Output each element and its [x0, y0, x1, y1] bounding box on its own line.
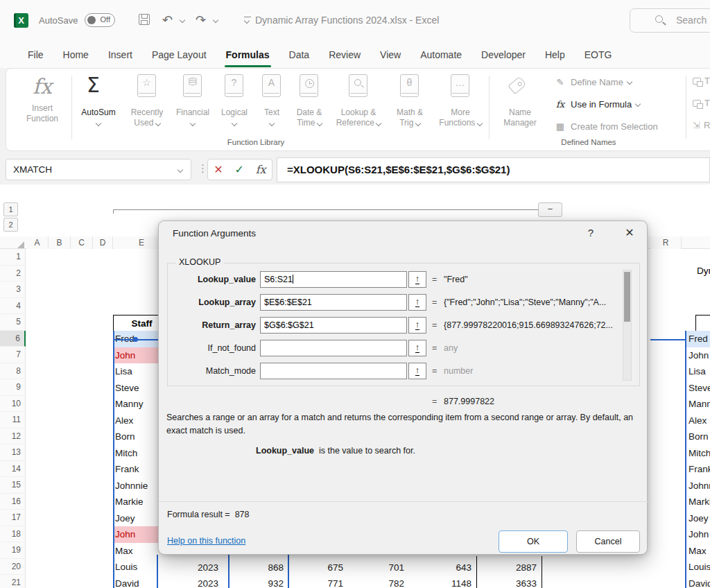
row-header[interactable]: 4 [0, 298, 26, 315]
cell-h20[interactable]: 675 [288, 560, 348, 576]
lookup-value-input[interactable]: S6:S21 [260, 271, 407, 288]
row-header[interactable]: 5 [0, 314, 26, 331]
row-header[interactable]: 2 [0, 266, 26, 282]
scrollbar-thumb[interactable] [624, 272, 630, 322]
customize-toolbar-icon[interactable] [244, 17, 251, 17]
name-box[interactable]: XMATCH [6, 159, 191, 180]
cell-i20[interactable]: 701 [348, 560, 409, 576]
outline-level-1-button[interactable]: 1 [3, 202, 18, 216]
tab-eotg[interactable]: EOTG [575, 44, 622, 66]
formula-input[interactable]: =XLOOKUP(S6:S21,$E$6:$E$21,$G$6:$G$21) [277, 157, 710, 182]
remove-arrows-button[interactable]: ⇲ R [693, 120, 710, 130]
row-header-active[interactable]: 6 [0, 331, 26, 347]
cell-j21[interactable]: 1148 [409, 576, 476, 588]
tab-formulas[interactable]: Formulas [216, 44, 279, 66]
if-not-found-collapse-button[interactable]: ↑ [408, 340, 426, 356]
cell-j20[interactable]: 643 [409, 560, 476, 576]
cell-s17[interactable]: Joey [686, 510, 710, 527]
cell-s13[interactable]: Mitch [686, 445, 710, 462]
tab-insert[interactable]: Insert [98, 44, 142, 66]
tab-data[interactable]: Data [279, 44, 320, 66]
cell-s21[interactable]: David [686, 576, 710, 588]
row-header[interactable]: 20 [0, 559, 26, 576]
cell-s12[interactable]: Born [686, 429, 710, 445]
save-icon[interactable] [139, 14, 150, 25]
undo-dropdown-icon[interactable] [180, 17, 185, 23]
tab-home[interactable]: Home [53, 44, 98, 66]
cell-k21[interactable]: 3633 [476, 576, 542, 588]
column-header-r[interactable]: R [650, 236, 682, 249]
cell-f21[interactable]: 2023 [157, 576, 223, 588]
row-header[interactable]: 7 [0, 347, 26, 363]
row-header[interactable]: 18 [0, 526, 26, 543]
row-header[interactable]: 3 [0, 282, 26, 298]
column-header-a[interactable]: A [26, 236, 49, 249]
formula-bar-handle-icon[interactable]: ⋮ [198, 162, 208, 175]
outline-level-2-button[interactable]: 2 [3, 218, 18, 232]
row-header[interactable]: 17 [0, 510, 26, 526]
cell-g21[interactable]: 932 [229, 576, 288, 588]
row-header[interactable]: 9 [0, 379, 26, 396]
tab-automate[interactable]: Automate [410, 44, 471, 66]
lookup-value-collapse-button[interactable]: ↑ [408, 271, 426, 288]
define-name-button[interactable]: ✎ Define Name [554, 73, 632, 91]
excel-app-icon[interactable]: X [14, 13, 28, 28]
tab-page-layout[interactable]: Page Layout [142, 44, 216, 66]
row-header[interactable]: 21 [0, 575, 26, 588]
redo-dropdown-icon[interactable] [213, 17, 218, 23]
create-from-selection-button[interactable]: ▦ Create from Selection [554, 117, 658, 135]
column-header-d[interactable]: D [93, 236, 113, 249]
row-header[interactable]: 10 [0, 396, 26, 413]
row-header[interactable]: 11 [0, 412, 26, 429]
autosave-toggle[interactable]: Off [85, 13, 115, 27]
ok-button[interactable]: OK [499, 530, 568, 553]
cell-i21[interactable]: 782 [348, 576, 409, 588]
row-header[interactable]: 12 [0, 429, 26, 445]
tab-review[interactable]: Review [319, 44, 370, 66]
row-header[interactable]: 8 [0, 363, 26, 380]
right-table-header-cell[interactable] [695, 315, 710, 331]
tab-help[interactable]: Help [535, 44, 575, 66]
cell-s18[interactable]: John [686, 526, 710, 543]
row-header[interactable]: 1 [0, 249, 26, 266]
confirm-entry-icon[interactable]: ✓ [235, 163, 244, 176]
use-in-formula-button[interactable]: fx Use in Formula [554, 95, 640, 113]
tab-view[interactable]: View [370, 44, 410, 66]
cell-k20[interactable]: 2887 [476, 560, 542, 576]
cell-s19[interactable]: Max [686, 543, 710, 560]
cell-s15[interactable]: Johnnie [686, 478, 710, 494]
cell-h21[interactable]: 771 [288, 576, 348, 588]
match-mode-collapse-button[interactable]: ↑ [408, 363, 426, 379]
dialog-scrollbar[interactable] [623, 270, 632, 381]
help-link[interactable]: Help on this function [167, 536, 245, 546]
column-header-c[interactable]: C [71, 236, 93, 249]
row-header[interactable]: 16 [0, 494, 26, 510]
dialog-close-icon[interactable]: ✕ [619, 225, 640, 241]
trace-precedents-button[interactable]: T [693, 76, 710, 86]
return-array-input[interactable]: $G$6:$G$21 [260, 317, 407, 334]
tab-file[interactable]: File [18, 44, 53, 66]
row-header[interactable]: 15 [0, 477, 26, 494]
tab-developer[interactable]: Developer [471, 44, 535, 66]
match-mode-input[interactable] [260, 363, 407, 379]
row-header[interactable]: 14 [0, 461, 26, 478]
undo-icon[interactable]: ↶ [162, 12, 173, 28]
cell-s14[interactable]: Frank [686, 461, 710, 478]
redo-icon[interactable]: ↷ [196, 12, 206, 28]
row-header[interactable]: 19 [0, 542, 26, 559]
lookup-array-collapse-button[interactable]: ↑ [408, 294, 426, 311]
select-all-icon[interactable] [17, 241, 24, 248]
cell-s11[interactable]: Alex [686, 413, 710, 429]
cell-f20[interactable]: 2023 [157, 560, 223, 576]
search-box[interactable]: Search [630, 8, 710, 33]
dialog-help-icon[interactable]: ? [582, 227, 600, 239]
return-array-collapse-button[interactable]: ↑ [408, 317, 426, 334]
cell-g20[interactable]: 868 [229, 560, 288, 576]
if-not-found-input[interactable] [260, 340, 407, 356]
cell-s10[interactable]: Manny [686, 396, 710, 413]
lookup-array-input[interactable]: $E$6:$E$21 [260, 294, 407, 311]
cell-s9[interactable]: Steve [686, 380, 710, 397]
cell-s6[interactable]: Fred [686, 331, 710, 347]
cell-s16[interactable]: Markie [686, 494, 710, 510]
cell-s7[interactable]: John [686, 347, 710, 364]
